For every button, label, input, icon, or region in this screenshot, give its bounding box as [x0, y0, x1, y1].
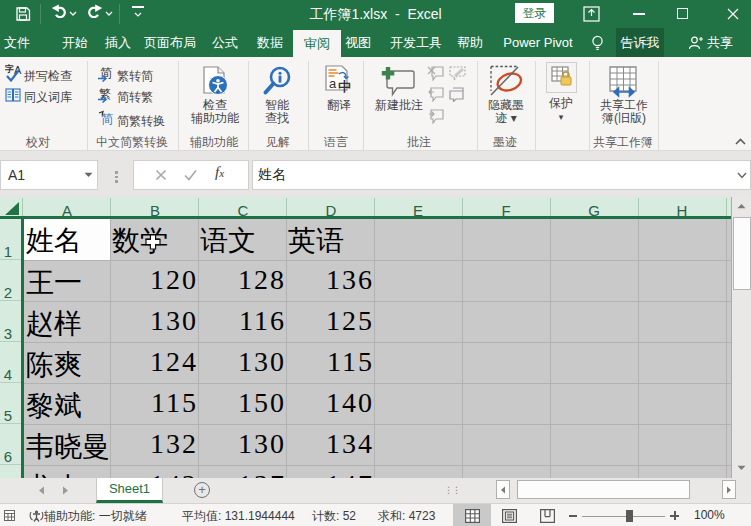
svg-text:中: 中: [338, 79, 351, 94]
svg-text:字: 字: [5, 64, 14, 74]
svg-text:a: a: [329, 76, 337, 91]
